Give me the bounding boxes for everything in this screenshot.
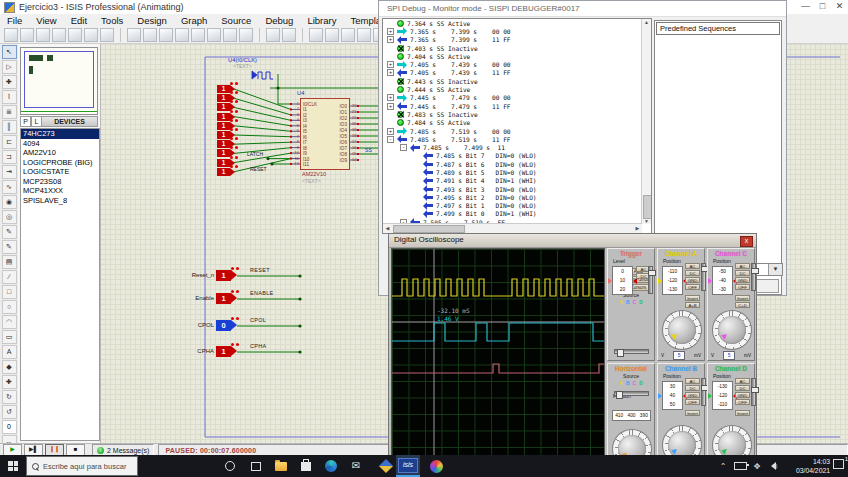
chevron-down-icon[interactable]: ▼ xyxy=(768,264,782,275)
rotate-ccw-icon[interactable]: ↺ xyxy=(2,405,17,419)
spi-event-row[interactable]: +7.405 s 7.439 s 11 FF xyxy=(387,69,651,77)
vertical-scrollbar[interactable]: ▲ ▼ xyxy=(641,19,651,224)
export-icon[interactable] xyxy=(68,28,82,42)
source-channel-b[interactable]: B xyxy=(626,380,630,386)
source-channel-c[interactable]: C xyxy=(633,299,637,305)
invert-button[interactable]: Invert xyxy=(735,295,750,301)
task-view-icon[interactable] xyxy=(244,455,268,477)
junction-dot-icon[interactable]: ✚ xyxy=(2,75,17,89)
ac-button[interactable]: AC xyxy=(685,263,700,269)
invert-button[interactable]: Invert xyxy=(685,410,700,416)
redo-icon[interactable] xyxy=(282,28,296,42)
device-item[interactable]: LOGICPROBE (BIG) xyxy=(21,158,99,168)
spi-event-row[interactable]: +7.445 s 7.479 s 11 FF xyxy=(387,102,651,110)
chip-am22v10[interactable]: I0/CLKI1I2I3I4I5I6I7I8I9I10I11 IO0IO1IO2… xyxy=(300,98,350,170)
channel-a-slider[interactable] xyxy=(701,263,706,291)
oscilloscope-titlebar[interactable]: Digital Oscilloscope xyxy=(389,234,756,248)
path-2d-icon[interactable]: ▭ xyxy=(2,330,17,344)
labcenter-icon[interactable] xyxy=(424,455,448,477)
graph-icon[interactable]: ∿ xyxy=(2,180,17,194)
channel-d-position-dial[interactable]: -130-120-110 xyxy=(712,381,733,410)
wire-label-icon[interactable]: ⌇ xyxy=(2,90,17,104)
spi-event-row[interactable]: +7.443 s SS Inactive xyxy=(387,77,651,85)
spi-event-row[interactable]: +7.403 s SS Inactive xyxy=(387,44,651,52)
menu-source[interactable]: Source xyxy=(214,15,258,26)
spi-event-row[interactable]: +7.499 s Bit 0 DIN=1 (WHI) xyxy=(413,210,651,218)
c-d-button[interactable]: C+D xyxy=(735,302,750,308)
current-probe-icon[interactable]: ✎ xyxy=(2,240,17,254)
logic-state-box[interactable]: 1 xyxy=(217,159,230,167)
action-center-icon[interactable]: 1 xyxy=(833,459,846,472)
horizontal-scrollbar[interactable]: ◀ ▶ xyxy=(383,223,642,233)
invert-button[interactable]: Invert xyxy=(735,410,750,416)
logic-state-box[interactable]: 1 xyxy=(217,85,230,93)
zoom-all-icon[interactable] xyxy=(223,28,237,42)
dc-button[interactable]: DC xyxy=(735,270,750,276)
circle-2d-icon[interactable]: ○ xyxy=(2,300,17,314)
speaker-icon[interactable]: ) xyxy=(766,455,782,477)
tape-recorder-icon[interactable]: ◉ xyxy=(2,195,17,209)
dc-button[interactable]: DC xyxy=(685,270,700,276)
isis-icon[interactable]: isis xyxy=(396,455,420,477)
close-icon[interactable]: x xyxy=(740,236,753,247)
ac-button[interactable]: AC xyxy=(735,263,750,269)
spi-event-row[interactable]: +7.497 s Bit 1 DIN=0 (WLO) xyxy=(413,202,651,210)
spi-event-tree[interactable]: +7.364 s SS Active+7.365 s 7.399 s 00 00… xyxy=(382,18,652,234)
logic-state-box[interactable]: 1 xyxy=(217,168,230,176)
scroll-up-icon[interactable]: ▲ xyxy=(642,19,651,25)
virtual-instrument-icon[interactable]: ▤ xyxy=(2,255,17,269)
a-b-button[interactable]: A+B xyxy=(685,302,700,308)
channel-a-position-dial[interactable]: -110-120-130 xyxy=(662,266,683,295)
input-state-cpha[interactable]: 1 xyxy=(216,346,231,357)
spi-event-row[interactable]: +7.495 s Bit 2 DIN=0 (WLO) xyxy=(413,193,651,201)
spi-event-row[interactable]: -7.485 s 7.519 s 11 FF xyxy=(387,135,651,143)
menu-library[interactable]: Library xyxy=(300,15,343,26)
proteus-icon[interactable] xyxy=(374,455,398,477)
block-copy-icon[interactable] xyxy=(357,28,371,42)
library-button[interactable]: L xyxy=(31,116,42,127)
device-item[interactable]: MCP41XXX xyxy=(21,186,99,196)
file-explorer-icon[interactable] xyxy=(269,455,293,477)
toggle-grid-icon[interactable] xyxy=(143,28,157,42)
off-button[interactable]: OFF xyxy=(735,284,750,290)
source-channel-d[interactable]: D xyxy=(639,380,643,386)
input-state-reset[interactable]: 1 xyxy=(216,270,231,281)
spi-event-row[interactable]: +7.487 s Bit 6 DIN=0 (WLO) xyxy=(413,160,651,168)
input-state-cpol[interactable]: 0 xyxy=(216,320,231,331)
copy-icon[interactable] xyxy=(325,28,339,42)
menu-tools[interactable]: Tools xyxy=(94,15,130,26)
channel-c-position-dial[interactable]: -50-40-30 xyxy=(712,266,733,295)
device-item[interactable]: 74HC273 xyxy=(21,129,99,139)
device-item[interactable]: AM22V10 xyxy=(21,148,99,158)
close-button[interactable]: ✕ xyxy=(831,0,848,14)
print-icon[interactable] xyxy=(84,28,98,42)
start-button[interactable] xyxy=(0,455,26,477)
menu-edit[interactable]: Edit xyxy=(64,15,94,26)
menu-design[interactable]: Design xyxy=(130,15,174,26)
trigger-level-dial[interactable]: 01020 xyxy=(612,266,633,295)
source-channel-a[interactable]: A xyxy=(619,380,623,386)
gnd-button[interactable]: GND xyxy=(685,277,700,283)
logic-state-box[interactable]: 1 xyxy=(217,140,230,148)
logic-state-box[interactable]: 1 xyxy=(217,103,230,111)
dc-button[interactable]: DC xyxy=(735,385,750,391)
rotate-cw-icon[interactable]: ↻ xyxy=(2,390,17,404)
expand-toggle[interactable]: + xyxy=(387,69,394,76)
logic-state-box[interactable]: 1 xyxy=(217,149,230,157)
off-button[interactable]: OFF xyxy=(685,284,700,290)
invert-button[interactable]: Invert xyxy=(685,295,700,301)
text-script-icon[interactable]: ≣ xyxy=(2,105,17,119)
dc-button[interactable]: DC xyxy=(685,385,700,391)
generator-icon[interactable]: ◎ xyxy=(2,210,17,224)
box-2d-icon[interactable]: □ xyxy=(2,285,17,299)
spi-event-row[interactable]: +7.444 s SS Active xyxy=(387,85,651,93)
source-channel-a[interactable]: A xyxy=(619,299,623,305)
pick-devices-button[interactable]: P xyxy=(20,116,31,127)
channel-d-slider[interactable] xyxy=(751,378,756,406)
terminal-icon[interactable]: ⊐ xyxy=(2,150,17,164)
scroll-thumb[interactable] xyxy=(393,225,465,233)
gnd-button[interactable]: GND xyxy=(685,392,700,398)
spi-event-row[interactable]: +7.404 s SS Active xyxy=(387,52,651,60)
source-channel-b[interactable]: B xyxy=(626,299,630,305)
rotation-angle-input[interactable]: 0 xyxy=(2,420,17,434)
